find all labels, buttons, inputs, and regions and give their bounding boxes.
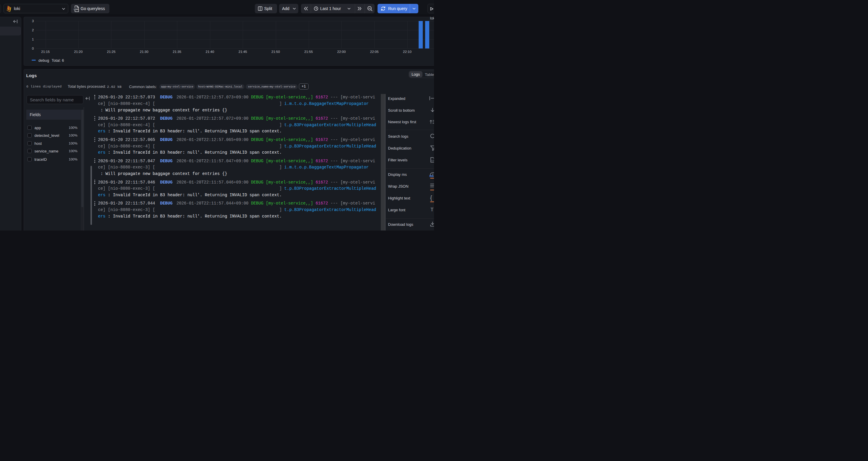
svg-text:LOG: LOG bbox=[74, 8, 79, 10]
svg-text:LO: LO bbox=[431, 160, 434, 162]
